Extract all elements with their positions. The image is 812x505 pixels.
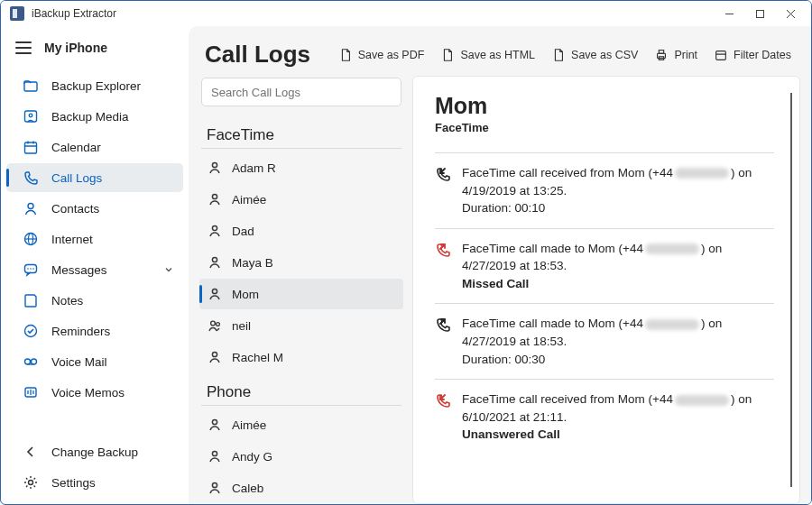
menu-icon[interactable] bbox=[15, 41, 32, 54]
sidebar-item-change-backup[interactable]: Change Backup bbox=[6, 437, 183, 466]
device-name: My iPhone bbox=[44, 41, 107, 55]
call-direction-icon bbox=[435, 316, 453, 334]
sidebar-item-voice-memos[interactable]: Voice Memos bbox=[6, 378, 183, 407]
app-icon bbox=[10, 6, 24, 21]
person-icon bbox=[207, 160, 223, 176]
contact-item[interactable]: Maya B bbox=[199, 247, 403, 278]
calendar-icon bbox=[23, 139, 39, 155]
svg-point-34 bbox=[212, 194, 217, 198]
sidebar-item-messages[interactable]: Messages bbox=[6, 255, 183, 284]
call-detail-panel: Mom FaceTime FaceTime call received from… bbox=[412, 76, 800, 504]
person-icon bbox=[207, 223, 223, 239]
redacted-number bbox=[645, 243, 699, 254]
back-icon bbox=[23, 444, 39, 460]
globe-icon bbox=[23, 231, 39, 247]
folder-icon bbox=[23, 78, 39, 94]
print-icon bbox=[654, 48, 669, 62]
svg-point-17 bbox=[30, 268, 32, 270]
contact-item[interactable]: Aimée bbox=[199, 184, 403, 215]
sidebar-item-settings[interactable]: Settings bbox=[6, 468, 183, 497]
svg-point-16 bbox=[27, 268, 29, 270]
check-icon bbox=[23, 323, 39, 339]
contact-item[interactable]: Andy G bbox=[199, 441, 403, 472]
page-title: Call Logs bbox=[205, 41, 310, 69]
call-direction-icon bbox=[435, 165, 453, 183]
user-icon bbox=[23, 200, 39, 216]
save-as-html-button[interactable]: Save as HTML bbox=[440, 48, 535, 62]
gear-icon bbox=[23, 474, 39, 491]
contact-item[interactable]: Mom bbox=[199, 279, 403, 309]
app-title: iBackup Extractor bbox=[32, 7, 116, 20]
sidebar-item-call-logs[interactable]: Call Logs bbox=[6, 163, 183, 192]
svg-rect-1 bbox=[756, 10, 763, 17]
call-direction-icon bbox=[435, 391, 453, 409]
sidebar: My iPhone Backup ExplorerBackup MediaCal… bbox=[1, 26, 189, 504]
person-icon bbox=[207, 448, 223, 464]
person-icon bbox=[207, 191, 223, 207]
svg-point-40 bbox=[212, 352, 217, 356]
person-icon bbox=[207, 480, 223, 496]
svg-point-20 bbox=[25, 359, 31, 364]
title-bar: iBackup Extractor bbox=[1, 1, 811, 26]
sidebar-item-internet[interactable]: Internet bbox=[6, 225, 183, 253]
note-icon bbox=[23, 292, 39, 308]
contact-item[interactable]: Caleb bbox=[199, 473, 403, 503]
close-button[interactable] bbox=[775, 3, 806, 24]
svg-rect-29 bbox=[660, 50, 664, 53]
contact-list-panel: Search Call Logs FaceTimeAdam RAiméeDadM… bbox=[199, 76, 403, 504]
svg-point-37 bbox=[212, 289, 217, 293]
svg-rect-4 bbox=[24, 82, 37, 91]
sidebar-item-contacts[interactable]: Contacts bbox=[6, 194, 183, 223]
person-icon bbox=[207, 317, 223, 334]
svg-point-27 bbox=[29, 481, 33, 485]
voicemail-icon bbox=[23, 354, 39, 370]
sidebar-item-backup-explorer[interactable]: Backup Explorer bbox=[6, 71, 183, 100]
svg-point-11 bbox=[28, 204, 33, 209]
person-icon bbox=[207, 349, 223, 365]
redacted-number bbox=[675, 168, 729, 179]
person-icon bbox=[207, 254, 223, 271]
call-entry: FaceTime call received from Mom (+44) on… bbox=[435, 379, 774, 454]
pdf-icon bbox=[338, 48, 353, 62]
svg-point-41 bbox=[212, 419, 217, 424]
contact-item[interactable]: neil bbox=[199, 310, 403, 341]
minimize-button[interactable] bbox=[714, 3, 744, 24]
save-as-pdf-button[interactable]: Save as PDF bbox=[338, 48, 425, 62]
chevron-down-icon bbox=[163, 264, 174, 275]
sidebar-item-calendar[interactable]: Calendar bbox=[6, 133, 183, 161]
main-panel: Call Logs Save as PDFSave as HTMLSave as… bbox=[189, 26, 811, 504]
svg-point-39 bbox=[217, 323, 220, 326]
contact-item[interactable]: Rachel M bbox=[199, 342, 403, 372]
call-entry: FaceTime call made to Mom (+44) on 4/27/… bbox=[435, 228, 774, 304]
csv-icon bbox=[551, 48, 566, 62]
search-input[interactable]: Search Call Logs bbox=[201, 78, 401, 106]
toolbar: Save as PDFSave as HTMLSave as CSVPrintF… bbox=[338, 48, 791, 62]
svg-point-42 bbox=[212, 451, 217, 455]
print-button[interactable]: Print bbox=[654, 48, 697, 62]
group-header: FaceTime bbox=[201, 121, 401, 149]
save-as-csv-button[interactable]: Save as CSV bbox=[551, 48, 638, 62]
sidebar-item-reminders[interactable]: Reminders bbox=[6, 317, 183, 345]
svg-rect-31 bbox=[716, 50, 726, 60]
maximize-button[interactable] bbox=[744, 3, 775, 24]
contact-item[interactable]: Dad bbox=[199, 216, 403, 246]
image-icon bbox=[23, 108, 39, 124]
svg-point-38 bbox=[211, 321, 216, 326]
sidebar-item-backup-media[interactable]: Backup Media bbox=[6, 102, 183, 131]
svg-point-21 bbox=[32, 359, 37, 364]
svg-point-6 bbox=[29, 114, 32, 117]
html-icon bbox=[440, 48, 455, 62]
svg-point-33 bbox=[212, 162, 217, 167]
redacted-number bbox=[645, 319, 699, 330]
person-icon bbox=[207, 286, 223, 302]
sidebar-item-voice-mail[interactable]: Voice Mail bbox=[6, 347, 183, 376]
sidebar-item-notes[interactable]: Notes bbox=[6, 286, 183, 315]
contact-item[interactable]: Adam R bbox=[199, 152, 403, 183]
call-direction-icon bbox=[435, 241, 453, 259]
detail-contact-name: Mom bbox=[435, 93, 774, 119]
contact-item[interactable]: Aimée bbox=[199, 409, 403, 440]
filter-dates-button[interactable]: Filter Dates bbox=[714, 48, 791, 62]
filter-icon bbox=[714, 48, 728, 62]
call-entry: FaceTime call made to Mom (+44) on 4/27/… bbox=[435, 303, 774, 379]
redacted-number bbox=[675, 395, 729, 406]
